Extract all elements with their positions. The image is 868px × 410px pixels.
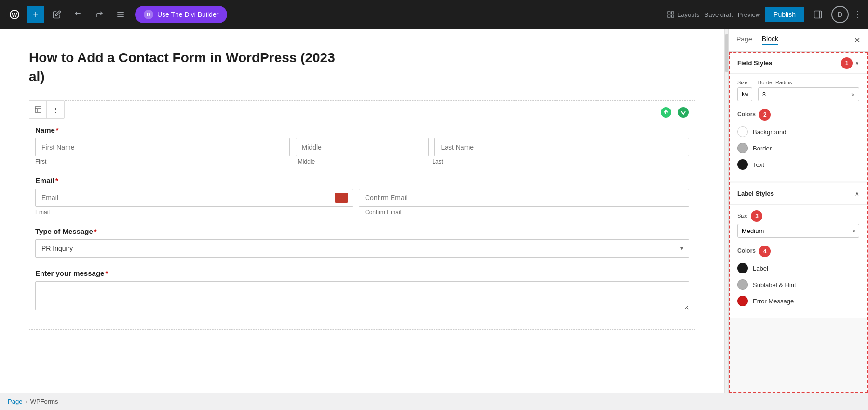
svg-rect-9 — [814, 11, 822, 18]
text-color-label: Text — [753, 161, 764, 168]
field-styles-header[interactable]: Field Styles ∧ 1 — [730, 53, 867, 74]
form-block-icon-button[interactable] — [29, 101, 47, 118]
border-radius-label: Border Radius — [758, 80, 859, 85]
type-select[interactable]: PR Inquiry — [35, 239, 689, 258]
save-draft-button[interactable]: Save draft — [705, 11, 733, 18]
redo-button[interactable] — [91, 6, 108, 23]
border-radius-clear-icon[interactable]: × — [847, 91, 859, 98]
label-size-select[interactable]: Medium — [737, 224, 859, 238]
tab-page[interactable]: Page — [736, 35, 752, 45]
more-options-button[interactable]: ⋮ — [854, 9, 862, 20]
sublabel-color-row: Sublabel & Hint — [737, 279, 859, 290]
label-styles-section: Label Styles ∧ Size 3 Medium — [730, 183, 867, 318]
list-view-button[interactable] — [112, 6, 129, 23]
name-field-label: Name* — [35, 126, 689, 134]
publish-button[interactable]: Publish — [765, 7, 804, 22]
email-sub-label: Email — [35, 209, 359, 216]
label-styles-title: Label Styles — [737, 190, 774, 197]
first-name-input[interactable] — [35, 138, 290, 156]
undo-button[interactable] — [69, 6, 87, 23]
tab-block[interactable]: Block — [762, 35, 778, 45]
add-block-button[interactable]: + — [27, 6, 44, 23]
content-area: How to Add a Contact Form in WordPress (… — [0, 29, 724, 393]
form-block-menu-button[interactable]: ⋮ — [47, 101, 64, 118]
email-input[interactable] — [35, 189, 353, 207]
sidebar-toggle-button[interactable] — [809, 6, 827, 23]
border-color-swatch[interactable] — [737, 143, 748, 153]
label-styles-body: Size 3 Medium Colors 4 — [730, 205, 867, 318]
border-radius-column: Border Radius × — [758, 80, 859, 101]
main-layout: How to Add a Contact Form in WordPress (… — [0, 29, 868, 393]
panel-header: Page Block ✕ — [729, 29, 868, 52]
background-color-row: Background — [737, 126, 859, 137]
form-refresh-buttons — [658, 105, 691, 120]
label-color-swatch[interactable] — [737, 263, 748, 273]
message-field-group: Enter your message* — [35, 269, 689, 312]
email-field-label: Email* — [35, 177, 689, 185]
error-color-swatch[interactable] — [737, 296, 748, 306]
svg-rect-7 — [668, 15, 670, 17]
last-sub-label: Last — [432, 158, 689, 165]
message-field-label: Enter your message* — [35, 269, 689, 277]
panel-close-button[interactable]: ✕ — [854, 36, 860, 45]
panel-tabs: Page Block — [736, 35, 778, 45]
border-radius-input-wrapper: × — [758, 87, 859, 101]
svg-rect-6 — [671, 12, 674, 14]
divi-account-icon[interactable]: D — [831, 6, 849, 23]
label-color-row: Label — [737, 263, 859, 273]
select-arrow-icon: ▾ — [680, 245, 683, 252]
edit-icon-button[interactable] — [48, 6, 66, 23]
confirm-email-sub-label: Confirm Email — [365, 209, 689, 216]
wp-logo[interactable]: W — [6, 6, 23, 23]
border-color-label: Border — [753, 145, 772, 152]
size-label: Size — [737, 80, 752, 85]
background-color-label: Background — [753, 128, 786, 136]
top-toolbar: W + D Use The Divi Builder — [0, 0, 868, 29]
main-scrollbar — [724, 29, 728, 393]
label-size-label: Size 3 — [737, 210, 859, 222]
form-refresh-up-button[interactable] — [658, 105, 674, 120]
form-block-toolbar: ⋮ — [29, 100, 65, 119]
field-styles-title: Field Styles — [737, 59, 772, 67]
divi-builder-button[interactable]: D Use The Divi Builder — [135, 6, 227, 23]
name-field-row — [35, 138, 689, 156]
page-title: How to Add a Contact Form in WordPress (… — [29, 48, 695, 86]
size-select[interactable]: Medium — [737, 87, 752, 101]
form-refresh-down-button[interactable] — [676, 105, 691, 120]
right-panel: Page Block ✕ Field Styles ∧ 1 Size — [728, 29, 868, 393]
label-styles-chevron-icon: ∧ — [855, 191, 859, 197]
size-select-wrapper: Medium — [737, 87, 752, 101]
layouts-label: Layouts — [678, 11, 700, 18]
email-sub-labels: Email Confirm Email — [35, 209, 689, 216]
last-name-input[interactable] — [434, 138, 689, 156]
svg-text:W: W — [12, 12, 17, 18]
first-sub-label: First — [35, 158, 292, 165]
step-badge-4: 4 — [759, 246, 771, 257]
label-styles-header[interactable]: Label Styles ∧ — [730, 183, 867, 205]
label-colors-label: Colors 4 — [737, 246, 859, 257]
sublabel-color-label: Sublabel & Hint — [753, 281, 796, 288]
error-color-row: Error Message — [737, 296, 859, 306]
message-textarea[interactable] — [35, 281, 689, 310]
middle-name-input[interactable] — [296, 138, 429, 156]
panel-content: Field Styles ∧ 1 Size Medium — [729, 52, 868, 393]
text-color-row: Text — [737, 159, 859, 170]
step-badge-1: 1 — [841, 57, 853, 69]
preview-button[interactable]: Preview — [738, 11, 760, 18]
border-radius-input[interactable] — [759, 88, 847, 101]
type-field-group: Type of Message* PR Inquiry ▾ — [35, 227, 689, 258]
background-color-swatch[interactable] — [737, 126, 748, 137]
type-select-wrapper: PR Inquiry ▾ — [35, 239, 689, 258]
email-row: ··· — [35, 189, 689, 207]
size-column: Size Medium — [737, 80, 752, 101]
breadcrumb-page-link[interactable]: Page — [8, 398, 22, 405]
label-size-wrapper: Size 3 Medium — [737, 210, 859, 238]
confirm-email-input[interactable] — [359, 189, 689, 207]
divi-btn-label: Use The Divi Builder — [157, 11, 218, 18]
text-color-swatch[interactable] — [737, 159, 748, 170]
label-size-select-wrapper: Medium — [737, 224, 859, 238]
layouts-button[interactable]: Layouts — [667, 11, 700, 18]
label-color-label: Label — [753, 265, 768, 272]
sublabel-color-swatch[interactable] — [737, 279, 748, 290]
middle-sub-label: Middle — [298, 158, 426, 165]
